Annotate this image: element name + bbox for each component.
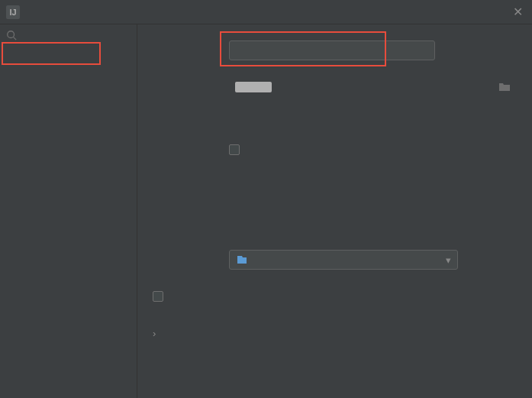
jdk-select[interactable]: ▾ (229, 250, 458, 270)
create-git-checkbox[interactable] (229, 144, 240, 155)
generators-label (0, 46, 137, 57)
content-pane: ▾ › (137, 24, 532, 398)
chevron-down-icon: ▾ (446, 254, 451, 266)
browse-icon[interactable] (498, 81, 511, 94)
chevron-right-icon: › (153, 328, 156, 339)
app-icon: IJ (6, 5, 20, 19)
svg-point-0 (8, 31, 15, 38)
advanced-settings-toggle[interactable]: › (153, 322, 517, 344)
location-input[interactable] (229, 77, 517, 97)
name-input[interactable] (229, 40, 435, 60)
location-redacted (235, 82, 272, 92)
sidebar (0, 24, 137, 398)
jdk-icon (236, 254, 248, 266)
search-icon (6, 30, 17, 40)
search-input[interactable] (0, 24, 137, 46)
svg-line-1 (14, 37, 17, 40)
sample-code-checkbox[interactable] (153, 291, 163, 302)
close-icon[interactable]: ✕ (510, 5, 526, 19)
